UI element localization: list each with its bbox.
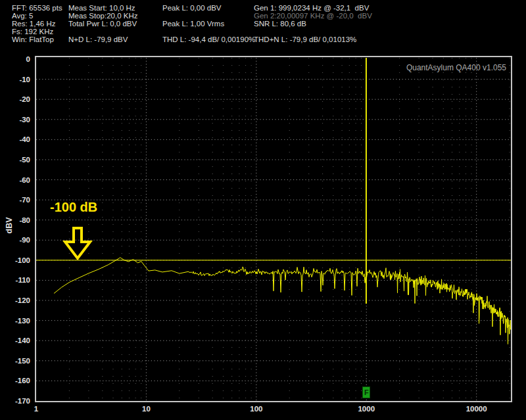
x-tick-label: 10000 xyxy=(457,405,496,413)
y-axis-label: dBV xyxy=(5,214,14,237)
y-tick-label: -140 xyxy=(0,337,30,344)
y-tick-label: -60 xyxy=(0,176,30,184)
x-tick-label: 1000 xyxy=(347,405,386,413)
plot-border xyxy=(36,57,512,402)
x-tick-label: 100 xyxy=(237,405,276,413)
y-tick-label: -70 xyxy=(0,196,30,204)
y-tick-label: -20 xyxy=(0,95,30,103)
y-tick-label: -150 xyxy=(0,357,30,365)
y-tick-label: -170 xyxy=(0,397,30,405)
y-tick-label: 0 xyxy=(0,55,30,63)
y-tick-label: -160 xyxy=(0,377,30,385)
down-arrow-annotation-icon xyxy=(65,228,90,258)
spectrum-trace-left-channel xyxy=(54,258,511,344)
y-tick-label: -120 xyxy=(0,296,30,304)
y-tick-label: -90 xyxy=(0,236,30,244)
fundamental-marker[interactable]: F xyxy=(362,386,370,398)
app-version-watermark: QuantAsylum QA400 v1.055 xyxy=(406,63,506,72)
y-tick-label: -100 xyxy=(0,256,30,264)
y-tick-label: -40 xyxy=(0,135,30,143)
x-tick-label: 1 xyxy=(16,405,56,413)
y-tick-label: -110 xyxy=(0,276,30,284)
x-tick-label: 10 xyxy=(126,405,166,413)
spectrum-plot-area[interactable]: 0-10-20-30-40-50-60-70-80-90-100-110-120… xyxy=(0,0,526,420)
refline-annotation-text: -100 dB xyxy=(50,200,97,215)
y-tick-label: -130 xyxy=(0,317,30,325)
y-tick-label: -30 xyxy=(0,116,30,124)
grid xyxy=(36,58,511,401)
y-tick-label: -10 xyxy=(0,76,30,83)
y-tick-label: -50 xyxy=(0,156,30,164)
qa400-analyzer-window: FFT: 65536 ptsAvg: 5Res: 1,46 HzFs: 192 … xyxy=(0,0,526,420)
